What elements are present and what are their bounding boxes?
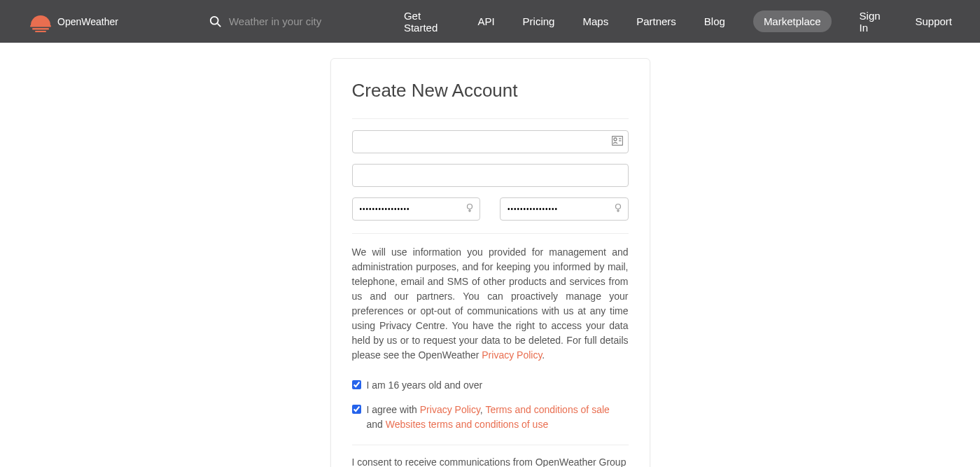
email-input[interactable] bbox=[352, 164, 629, 187]
key-icon bbox=[613, 203, 623, 216]
nav-links: Get Started API Pricing Maps Partners Bl… bbox=[404, 10, 952, 34]
key-icon bbox=[465, 203, 475, 216]
info-body: We will use information you provided for… bbox=[352, 246, 629, 361]
nav-pricing[interactable]: Pricing bbox=[523, 15, 555, 27]
nav-maps[interactable]: Maps bbox=[582, 15, 608, 27]
age-label: I am 16 years old and over bbox=[367, 378, 483, 393]
navbar: OpenWeather Get Started API Pricing Maps… bbox=[0, 0, 980, 43]
logo-text: OpenWeather bbox=[57, 16, 118, 27]
svg-point-3 bbox=[211, 16, 218, 24]
tc-sale-link[interactable]: Terms and conditions of sale bbox=[485, 404, 609, 415]
nav-get-started[interactable]: Get Started bbox=[404, 10, 450, 34]
info-text: We will use information you provided for… bbox=[352, 245, 629, 363]
search-icon bbox=[209, 15, 222, 28]
svg-point-12 bbox=[615, 204, 620, 209]
and: and bbox=[367, 419, 386, 430]
privacy-policy-link2[interactable]: Privacy Policy bbox=[420, 404, 480, 415]
svg-line-4 bbox=[218, 23, 221, 27]
age-checkbox[interactable] bbox=[352, 380, 361, 389]
username-wrap bbox=[352, 130, 629, 153]
signup-card: Create New Account bbox=[330, 58, 650, 467]
email-wrap bbox=[352, 164, 629, 187]
search-input[interactable] bbox=[229, 15, 369, 27]
logo[interactable]: OpenWeather bbox=[28, 11, 118, 32]
svg-point-6 bbox=[614, 138, 617, 141]
password-row bbox=[352, 197, 629, 221]
agree-prefix: I agree with bbox=[367, 404, 420, 415]
nav-support[interactable]: Support bbox=[915, 15, 952, 27]
nav-blog[interactable]: Blog bbox=[704, 15, 725, 27]
page-title: Create New Account bbox=[352, 80, 629, 102]
agree-label: I agree with Privacy Policy, Terms and c… bbox=[367, 403, 629, 432]
svg-point-9 bbox=[468, 204, 472, 209]
password-wrap bbox=[352, 197, 481, 221]
consent-text: I consent to receive communications from… bbox=[352, 455, 629, 467]
password-input[interactable] bbox=[352, 197, 481, 221]
nav-api[interactable]: API bbox=[477, 15, 494, 27]
logo-icon bbox=[28, 11, 53, 32]
age-check-row: I am 16 years old and over bbox=[352, 378, 629, 393]
contact-card-icon bbox=[612, 136, 623, 148]
main-content: Create New Account bbox=[0, 43, 980, 467]
svg-rect-1 bbox=[32, 28, 49, 30]
tc-use-link[interactable]: Websites terms and conditions of use bbox=[386, 419, 548, 430]
agree-checkbox[interactable] bbox=[352, 405, 361, 414]
agree-check-row: I agree with Privacy Policy, Terms and c… bbox=[352, 403, 629, 432]
password-repeat-wrap bbox=[500, 197, 629, 221]
period: . bbox=[542, 349, 545, 361]
svg-rect-2 bbox=[35, 31, 46, 32]
password-repeat-input[interactable] bbox=[500, 197, 629, 221]
divider bbox=[352, 233, 629, 234]
nav-sign-in[interactable]: Sign In bbox=[860, 10, 888, 34]
nav-partners[interactable]: Partners bbox=[636, 15, 676, 27]
privacy-policy-link[interactable]: Privacy Policy bbox=[482, 349, 542, 361]
divider bbox=[352, 445, 629, 445]
nav-marketplace[interactable]: Marketplace bbox=[753, 11, 832, 32]
svg-rect-0 bbox=[30, 25, 51, 27]
divider bbox=[352, 118, 629, 119]
search-wrap bbox=[209, 15, 369, 28]
username-input[interactable] bbox=[352, 130, 629, 153]
